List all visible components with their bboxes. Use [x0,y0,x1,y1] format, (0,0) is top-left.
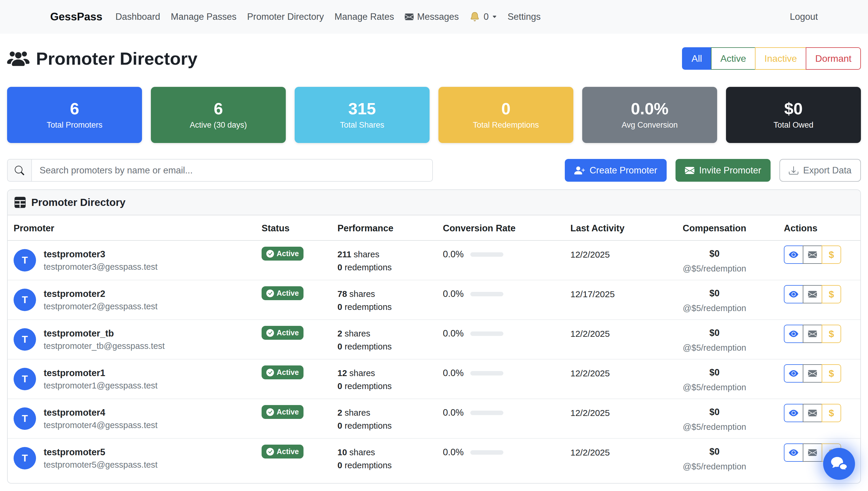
view-promoter-button[interactable] [784,285,803,304]
stat-value: $0 [784,100,802,117]
row-actions-group: $ [784,285,841,304]
row-actions-group: $ [784,325,841,343]
status-badge-label: Active [277,249,299,258]
compensation-button[interactable]: $ [822,364,841,382]
nav-settings[interactable]: Settings [507,11,540,22]
message-promoter-button[interactable] [803,364,822,382]
redemptions-stat: 0 redemptions [337,340,443,353]
redemptions-stat: 0 redemptions [337,300,443,313]
dollar-icon: $ [829,408,834,418]
shares-stat: 2 shares [337,406,443,419]
row-actions-group: $ [784,246,841,264]
status-badge-label: Active [277,447,299,456]
compensation-button[interactable]: $ [822,325,841,343]
column-header-last-activity: Last Activity [570,215,664,240]
chat-fab-button[interactable] [823,448,855,480]
envelope-icon [685,166,694,175]
compensation-rate: @$5/redemption [664,382,765,392]
conversion-progress-bar [470,450,503,455]
compensation-rate: @$5/redemption [664,422,765,432]
stat-card: $0 Total Owed [726,87,861,143]
export-data-button[interactable]: Export Data [779,159,861,182]
status-badge-label: Active [277,368,299,377]
status-badge-label: Active [277,328,299,337]
avatar: T [13,328,36,351]
nav-promoter-directory[interactable]: Promoter Directory [247,11,324,22]
status-badge-label: Active [277,289,299,297]
avatar: T [13,249,36,271]
people-icon [7,50,30,67]
message-promoter-button[interactable] [803,246,822,264]
compensation-rate: @$5/redemption [664,304,765,313]
table-row: T testpromoter5 testpromoter5@gesspass.t… [8,438,860,478]
eye-icon [789,448,798,457]
conversion-rate-value: 0.0% [443,368,464,378]
stat-value: 0 [501,100,510,117]
compensation-button[interactable]: $ [822,285,841,304]
compensation-owed: $0 [664,288,765,299]
filter-all-button[interactable]: All [682,47,712,70]
nav-logout[interactable]: Logout [790,11,818,22]
invite-promoter-button[interactable]: Invite Promoter [676,159,771,182]
last-activity-date: 12/2/2025 [570,240,664,280]
last-activity-date: 12/2/2025 [570,438,664,478]
shares-stat: 2 shares [337,327,443,340]
message-promoter-button[interactable] [803,285,822,304]
filter-dormant-button[interactable]: Dormant [806,47,861,70]
view-promoter-button[interactable] [784,364,803,382]
directory-card-title: Promoter Directory [31,197,125,208]
table-row: T testpromoter4 testpromoter4@gesspass.t… [8,399,860,438]
redemptions-stat: 0 redemptions [337,380,443,393]
row-actions-group: $ [784,364,841,382]
nav-dashboard[interactable]: Dashboard [116,11,160,22]
view-promoter-button[interactable] [784,325,803,343]
envelope-icon [808,290,817,299]
compensation-rate: @$5/redemption [664,264,765,273]
table-icon [14,197,26,208]
filter-active-button[interactable]: Active [711,47,755,70]
status-badge: Active [261,286,304,300]
view-promoter-button[interactable] [784,404,803,422]
nav-messages-label: Messages [417,11,459,22]
message-promoter-button[interactable] [803,443,822,462]
brand-logo[interactable]: GessPass [50,11,102,23]
nav-manage-passes[interactable]: Manage Passes [171,11,237,22]
compensation-button[interactable]: $ [822,404,841,422]
dollar-icon: $ [829,289,834,300]
promoter-email: testpromoter3@gesspass.test [44,262,158,272]
nav-messages[interactable]: Messages [405,11,459,22]
envelope-icon [405,12,414,21]
column-header-compensation: Compensation [664,215,765,240]
main-content: Promoter Directory All Active Inactive D… [0,47,868,484]
dollar-icon: $ [829,368,834,379]
message-promoter-button[interactable] [803,404,822,422]
create-promoter-button[interactable]: Create Promoter [565,159,666,182]
promoter-directory-card: Promoter Directory Promoter Status Perfo… [7,190,861,484]
page-title-text: Promoter Directory [36,49,197,69]
stat-card: 0 Total Redemptions [438,87,574,143]
promoter-name: testpromoter5 [44,447,158,458]
row-actions-group: $ [784,404,841,422]
compensation-button[interactable]: $ [822,246,841,264]
envelope-icon [808,369,817,378]
view-promoter-button[interactable] [784,443,803,462]
conversion-rate-value: 0.0% [443,249,464,260]
conversion-progress-bar [470,252,503,257]
filter-inactive-button[interactable]: Inactive [755,47,806,70]
envelope-icon [808,329,817,338]
conversion-progress-bar [470,292,503,296]
table-header-row: Promoter Status Performance Conversion R… [8,215,860,240]
stat-value: 0.0% [631,100,669,117]
nav-manage-rates[interactable]: Manage Rates [335,11,394,22]
compensation-owed: $0 [664,249,765,259]
stat-value: 315 [348,100,376,117]
message-promoter-button[interactable] [803,325,822,343]
envelope-icon [808,448,817,457]
nav-notifications-dropdown[interactable]: 0 [469,11,497,22]
promoter-name: testpromoter1 [44,368,158,378]
promoter-email: testpromoter2@gesspass.test [44,301,158,311]
column-header-performance: Performance [337,215,443,240]
view-promoter-button[interactable] [784,246,803,264]
column-header-conversion-rate: Conversion Rate [443,215,570,240]
search-input[interactable] [31,159,433,182]
